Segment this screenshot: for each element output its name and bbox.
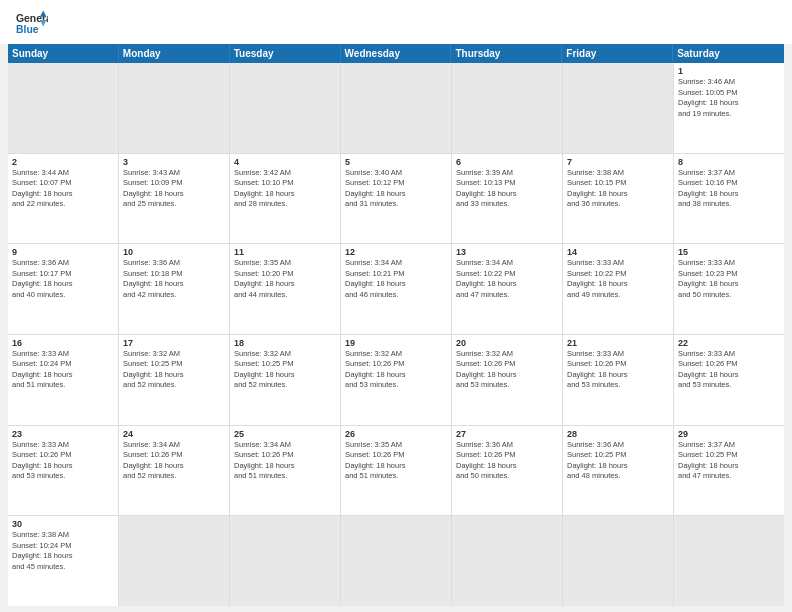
day-info: Sunrise: 3:36 AM Sunset: 10:25 PM Daylig…	[567, 440, 669, 482]
day-cell-26: 26Sunrise: 3:35 AM Sunset: 10:26 PM Dayl…	[341, 426, 451, 516]
day-info: Sunrise: 3:32 AM Sunset: 10:26 PM Daylig…	[456, 349, 558, 391]
day-number: 13	[456, 247, 558, 257]
day-number: 29	[678, 429, 780, 439]
day-number: 1	[678, 66, 780, 76]
day-cell-2: 2Sunrise: 3:44 AM Sunset: 10:07 PM Dayli…	[8, 154, 118, 244]
day-number: 6	[456, 157, 558, 167]
day-number: 23	[12, 429, 114, 439]
day-cell-12: 12Sunrise: 3:34 AM Sunset: 10:21 PM Dayl…	[341, 244, 451, 334]
day-number: 22	[678, 338, 780, 348]
day-cell-1: 1Sunrise: 3:46 AM Sunset: 10:05 PM Dayli…	[674, 63, 784, 153]
empty-cell	[341, 516, 451, 606]
day-info: Sunrise: 3:38 AM Sunset: 10:24 PM Daylig…	[12, 530, 114, 572]
svg-text:Blue: Blue	[16, 24, 39, 35]
day-number: 14	[567, 247, 669, 257]
day-info: Sunrise: 3:46 AM Sunset: 10:05 PM Daylig…	[678, 77, 780, 119]
day-info: Sunrise: 3:32 AM Sunset: 10:25 PM Daylig…	[234, 349, 336, 391]
day-info: Sunrise: 3:35 AM Sunset: 10:20 PM Daylig…	[234, 258, 336, 300]
page: General Blue SundayMondayTuesdayWednesda…	[0, 0, 792, 612]
day-cell-18: 18Sunrise: 3:32 AM Sunset: 10:25 PM Dayl…	[230, 335, 340, 425]
day-info: Sunrise: 3:32 AM Sunset: 10:26 PM Daylig…	[345, 349, 447, 391]
day-number: 16	[12, 338, 114, 348]
day-info: Sunrise: 3:32 AM Sunset: 10:25 PM Daylig…	[123, 349, 225, 391]
day-cell-30: 30Sunrise: 3:38 AM Sunset: 10:24 PM Dayl…	[8, 516, 118, 606]
empty-cell	[563, 516, 673, 606]
empty-cell	[119, 63, 229, 153]
logo: General Blue	[16, 10, 48, 38]
day-number: 4	[234, 157, 336, 167]
day-info: Sunrise: 3:43 AM Sunset: 10:09 PM Daylig…	[123, 168, 225, 210]
day-number: 15	[678, 247, 780, 257]
empty-cell	[119, 516, 229, 606]
day-number: 18	[234, 338, 336, 348]
day-cell-15: 15Sunrise: 3:33 AM Sunset: 10:23 PM Dayl…	[674, 244, 784, 334]
day-number: 20	[456, 338, 558, 348]
calendar-header: SundayMondayTuesdayWednesdayThursdayFrid…	[8, 44, 784, 63]
calendar-row-3: 16Sunrise: 3:33 AM Sunset: 10:24 PM Dayl…	[8, 335, 784, 425]
day-cell-27: 27Sunrise: 3:36 AM Sunset: 10:26 PM Dayl…	[452, 426, 562, 516]
day-info: Sunrise: 3:44 AM Sunset: 10:07 PM Daylig…	[12, 168, 114, 210]
day-info: Sunrise: 3:40 AM Sunset: 10:12 PM Daylig…	[345, 168, 447, 210]
day-number: 8	[678, 157, 780, 167]
day-info: Sunrise: 3:33 AM Sunset: 10:26 PM Daylig…	[567, 349, 669, 391]
day-info: Sunrise: 3:33 AM Sunset: 10:26 PM Daylig…	[12, 440, 114, 482]
day-cell-25: 25Sunrise: 3:34 AM Sunset: 10:26 PM Dayl…	[230, 426, 340, 516]
day-number: 12	[345, 247, 447, 257]
day-cell-10: 10Sunrise: 3:36 AM Sunset: 10:18 PM Dayl…	[119, 244, 229, 334]
day-info: Sunrise: 3:33 AM Sunset: 10:23 PM Daylig…	[678, 258, 780, 300]
weekday-header-sunday: Sunday	[8, 44, 119, 63]
day-cell-7: 7Sunrise: 3:38 AM Sunset: 10:15 PM Dayli…	[563, 154, 673, 244]
day-cell-28: 28Sunrise: 3:36 AM Sunset: 10:25 PM Dayl…	[563, 426, 673, 516]
day-cell-4: 4Sunrise: 3:42 AM Sunset: 10:10 PM Dayli…	[230, 154, 340, 244]
empty-cell	[230, 516, 340, 606]
day-info: Sunrise: 3:37 AM Sunset: 10:16 PM Daylig…	[678, 168, 780, 210]
empty-cell	[674, 516, 784, 606]
day-number: 30	[12, 519, 114, 529]
day-number: 7	[567, 157, 669, 167]
weekday-header-friday: Friday	[562, 44, 673, 63]
day-cell-24: 24Sunrise: 3:34 AM Sunset: 10:26 PM Dayl…	[119, 426, 229, 516]
weekday-header-wednesday: Wednesday	[341, 44, 452, 63]
day-cell-23: 23Sunrise: 3:33 AM Sunset: 10:26 PM Dayl…	[8, 426, 118, 516]
day-number: 21	[567, 338, 669, 348]
day-info: Sunrise: 3:39 AM Sunset: 10:13 PM Daylig…	[456, 168, 558, 210]
day-cell-3: 3Sunrise: 3:43 AM Sunset: 10:09 PM Dayli…	[119, 154, 229, 244]
day-number: 25	[234, 429, 336, 439]
day-number: 5	[345, 157, 447, 167]
empty-cell	[563, 63, 673, 153]
day-cell-8: 8Sunrise: 3:37 AM Sunset: 10:16 PM Dayli…	[674, 154, 784, 244]
day-number: 19	[345, 338, 447, 348]
day-info: Sunrise: 3:33 AM Sunset: 10:26 PM Daylig…	[678, 349, 780, 391]
calendar-row-1: 2Sunrise: 3:44 AM Sunset: 10:07 PM Dayli…	[8, 154, 784, 244]
day-cell-20: 20Sunrise: 3:32 AM Sunset: 10:26 PM Dayl…	[452, 335, 562, 425]
day-cell-13: 13Sunrise: 3:34 AM Sunset: 10:22 PM Dayl…	[452, 244, 562, 334]
day-number: 9	[12, 247, 114, 257]
day-cell-21: 21Sunrise: 3:33 AM Sunset: 10:26 PM Dayl…	[563, 335, 673, 425]
empty-cell	[341, 63, 451, 153]
day-info: Sunrise: 3:36 AM Sunset: 10:18 PM Daylig…	[123, 258, 225, 300]
day-info: Sunrise: 3:38 AM Sunset: 10:15 PM Daylig…	[567, 168, 669, 210]
calendar-row-2: 9Sunrise: 3:36 AM Sunset: 10:17 PM Dayli…	[8, 244, 784, 334]
day-cell-29: 29Sunrise: 3:37 AM Sunset: 10:25 PM Dayl…	[674, 426, 784, 516]
day-info: Sunrise: 3:36 AM Sunset: 10:26 PM Daylig…	[456, 440, 558, 482]
day-info: Sunrise: 3:34 AM Sunset: 10:26 PM Daylig…	[123, 440, 225, 482]
day-cell-17: 17Sunrise: 3:32 AM Sunset: 10:25 PM Dayl…	[119, 335, 229, 425]
day-cell-11: 11Sunrise: 3:35 AM Sunset: 10:20 PM Dayl…	[230, 244, 340, 334]
day-number: 27	[456, 429, 558, 439]
day-number: 10	[123, 247, 225, 257]
header: General Blue	[0, 0, 792, 44]
day-cell-14: 14Sunrise: 3:33 AM Sunset: 10:22 PM Dayl…	[563, 244, 673, 334]
empty-cell	[452, 63, 562, 153]
logo-icon: General Blue	[16, 10, 48, 38]
day-number: 11	[234, 247, 336, 257]
day-number: 26	[345, 429, 447, 439]
calendar-body: 1Sunrise: 3:46 AM Sunset: 10:05 PM Dayli…	[8, 63, 784, 606]
day-number: 2	[12, 157, 114, 167]
day-info: Sunrise: 3:35 AM Sunset: 10:26 PM Daylig…	[345, 440, 447, 482]
calendar: SundayMondayTuesdayWednesdayThursdayFrid…	[8, 44, 784, 606]
weekday-header-saturday: Saturday	[673, 44, 784, 63]
weekday-header-tuesday: Tuesday	[230, 44, 341, 63]
day-cell-9: 9Sunrise: 3:36 AM Sunset: 10:17 PM Dayli…	[8, 244, 118, 334]
day-number: 24	[123, 429, 225, 439]
day-cell-5: 5Sunrise: 3:40 AM Sunset: 10:12 PM Dayli…	[341, 154, 451, 244]
